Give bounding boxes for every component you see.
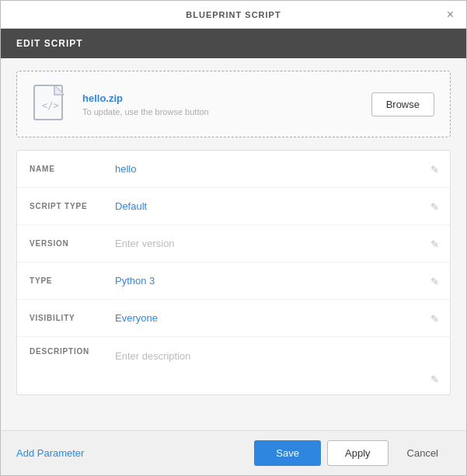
edit-script-type-icon[interactable]: ✎ <box>430 200 439 212</box>
dialog-title: BLUEPRINT SCRIPT <box>186 10 281 19</box>
section-header-text: EDIT SCRIPT <box>16 38 83 49</box>
label-name: NAME <box>30 165 115 173</box>
file-name: hello.zip <box>82 92 359 104</box>
label-type: TYPE <box>30 276 115 285</box>
edit-name-icon[interactable]: ✎ <box>430 163 439 175</box>
content-scroll-wrapper: </> hello.zip To update, use the browse … <box>1 58 466 430</box>
content-area: </> hello.zip To update, use the browse … <box>1 58 466 430</box>
value-version: Enter version <box>115 238 437 249</box>
label-visibility: VISIBILITY <box>30 314 115 322</box>
form-section: NAME hello ✎ SCRIPT TYPE Default ✎ VERSI… <box>16 150 451 395</box>
label-script-type: SCRIPT TYPE <box>30 202 115 210</box>
file-script-icon: </> <box>33 84 70 124</box>
edit-type-icon[interactable]: ✎ <box>430 275 439 287</box>
value-visibility: Everyone <box>115 312 437 324</box>
file-hint: To update, use the browse button <box>82 107 359 116</box>
form-row-version: VERSION Enter version ✎ <box>17 225 450 262</box>
save-button[interactable]: Save <box>254 440 321 466</box>
edit-visibility-icon[interactable]: ✎ <box>430 312 439 324</box>
form-row-name: NAME hello ✎ <box>17 151 450 188</box>
footer-buttons: Save Apply Cancel <box>254 440 451 466</box>
form-row-script-type: SCRIPT TYPE Default ✎ <box>17 188 450 225</box>
section-header: EDIT SCRIPT <box>1 29 466 58</box>
value-description: Enter description <box>115 347 437 384</box>
close-button[interactable]: × <box>444 7 457 23</box>
apply-button[interactable]: Apply <box>327 440 389 466</box>
add-parameter-button[interactable]: Add Parameter <box>16 447 84 459</box>
file-upload-box: </> hello.zip To update, use the browse … <box>16 71 451 137</box>
edit-version-icon[interactable]: ✎ <box>430 238 439 249</box>
browse-button[interactable]: Browse <box>371 92 434 116</box>
title-bar: BLUEPRINT SCRIPT × <box>1 1 466 29</box>
file-info: hello.zip To update, use the browse butt… <box>82 92 359 116</box>
value-name: hello <box>115 163 437 175</box>
dialog: BLUEPRINT SCRIPT × EDIT SCRIPT </> hello… <box>0 0 467 476</box>
form-row-description: DESCRIPTION Enter description ✎ <box>17 337 450 394</box>
svg-text:</>: </> <box>42 100 59 111</box>
label-description: DESCRIPTION <box>30 347 115 356</box>
footer: Add Parameter Save Apply Cancel <box>1 430 466 475</box>
value-script-type: Default <box>115 200 437 212</box>
form-row-type: TYPE Python 3 ✎ <box>17 262 450 300</box>
label-version: VERSION <box>30 239 115 248</box>
edit-description-icon[interactable]: ✎ <box>430 374 439 385</box>
form-row-visibility: VISIBILITY Everyone ✎ <box>17 300 450 337</box>
cancel-button[interactable]: Cancel <box>395 440 451 466</box>
value-type: Python 3 <box>115 275 437 287</box>
